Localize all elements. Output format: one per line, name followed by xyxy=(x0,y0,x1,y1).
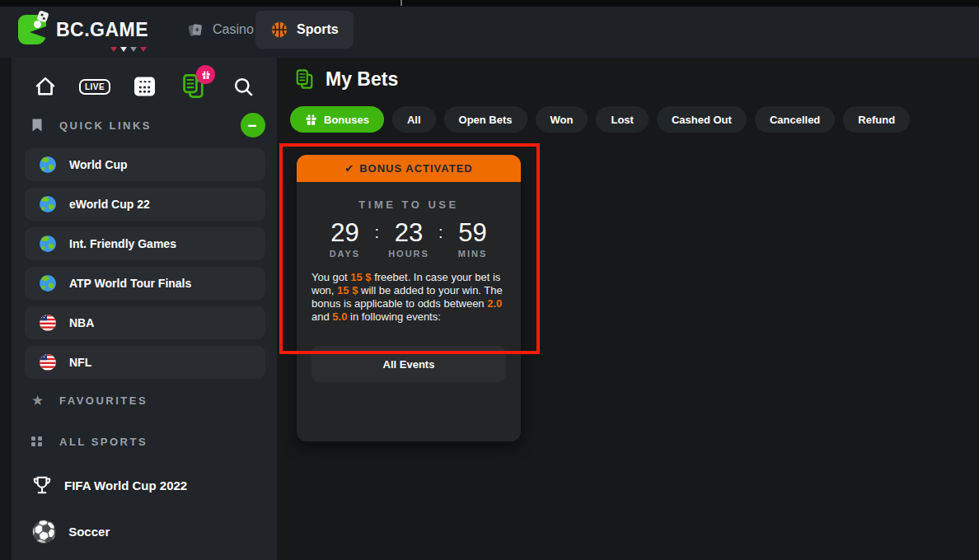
usa-flag-icon xyxy=(38,313,58,333)
all-events-button[interactable]: All Events xyxy=(312,346,506,382)
filter-label: Bonuses xyxy=(324,114,369,126)
filter-lost[interactable]: Lost xyxy=(596,106,648,133)
sidebar-item-atp-world-tour-finals[interactable]: ATP World Tour Finals xyxy=(25,267,265,300)
sidebar-nav-icons: LIVE xyxy=(12,69,277,104)
usa-flag-icon xyxy=(38,352,58,372)
bc-game-logo[interactable]: BC.GAME xyxy=(18,13,148,46)
schedule-icon[interactable] xyxy=(130,72,158,100)
bonus-activated-label: BONUS ACTIVATED xyxy=(359,162,473,175)
screen-top-edge xyxy=(0,0,979,7)
globe-icon xyxy=(38,234,58,254)
sidebar: LIVE xyxy=(12,58,277,560)
screen-top-edge-tick xyxy=(400,0,402,6)
sidebar-item-fifa-world-cup-2022[interactable]: FIFA World Cup 2022 xyxy=(12,471,277,499)
live-events-icon[interactable]: LIVE xyxy=(81,72,109,100)
page-title-row: My Bets xyxy=(295,68,398,91)
filter-label: Won xyxy=(550,114,574,126)
trophy-icon xyxy=(31,474,53,496)
countdown-mins-label: MINS xyxy=(443,249,503,259)
filter-refund[interactable]: Refund xyxy=(843,106,910,133)
bet-filters: Bonuses All Open Bets Won Lost Cashed Ou… xyxy=(290,106,910,133)
bookmark-icon xyxy=(31,119,49,132)
sidebar-item-label: ATP World Tour Finals xyxy=(69,277,191,290)
grid-icon xyxy=(31,436,49,447)
main-content: My Bets Bonuses All Open Bets Won Lost C… xyxy=(277,58,979,560)
filter-bonuses[interactable]: Bonuses xyxy=(290,106,384,133)
bonus-badge-icon xyxy=(196,65,215,84)
page-title: My Bets xyxy=(326,68,398,91)
sidebar-item-label: NBA xyxy=(69,316,94,329)
all-sports-title: ALL SPORTS xyxy=(59,436,148,448)
soccer-ball-icon: ⚽ xyxy=(31,521,57,542)
filter-cancelled[interactable]: Cancelled xyxy=(755,106,835,133)
tab-sports-label: Sports xyxy=(297,22,339,37)
filter-open-bets[interactable]: Open Bets xyxy=(444,106,527,133)
filter-label: Lost xyxy=(611,114,633,126)
my-bets-icon xyxy=(295,68,315,91)
star-icon: ★ xyxy=(31,394,49,408)
all-sports-header: ALL SPORTS xyxy=(12,428,277,455)
bonus-activated-banner: ✔ BONUS ACTIVATED xyxy=(297,155,521,182)
countdown-days-value: 29 xyxy=(330,218,358,247)
quick-links-header: QUICK LINKS − xyxy=(12,112,277,138)
filter-label: Open Bets xyxy=(459,114,513,126)
sidebar-item-label: FIFA World Cup 2022 xyxy=(64,478,187,492)
bonus-countdown: 29 DAYS : 23 HOURS : 59 MINS xyxy=(297,219,521,259)
quick-links-title: QUICK LINKS xyxy=(59,119,152,132)
filter-all[interactable]: All xyxy=(392,106,436,133)
favourites-title: FAVOURITES xyxy=(59,394,148,407)
top-bar: BC.GAME Casino Sports xyxy=(0,0,979,58)
bonus-card: ✔ BONUS ACTIVATED TIME TO USE 29 DAYS : … xyxy=(297,155,521,441)
sidebar-item-label: Soccer xyxy=(68,525,110,539)
my-bets-betslip-icon[interactable] xyxy=(180,72,208,100)
favourites-header: ★ FAVOURITES + xyxy=(12,387,277,413)
sidebar-item-soccer[interactable]: ⚽ Soccer + xyxy=(12,517,277,545)
sidebar-item-label: eWorld Cup 22 xyxy=(69,198,150,211)
countdown-mins-value: 59 xyxy=(458,218,486,247)
check-icon: ✔ xyxy=(344,162,354,175)
bonus-description: You got 15 $ freebet. In case your bet i… xyxy=(312,271,506,324)
filter-label: All xyxy=(407,114,421,126)
search-icon[interactable] xyxy=(229,72,257,100)
sidebar-item-label: NFL xyxy=(69,356,91,369)
basketball-icon xyxy=(270,21,288,39)
bc-game-sports-page: BC.GAME Casino Sports xyxy=(0,0,979,560)
time-to-use-label: TIME TO USE xyxy=(297,198,521,211)
quick-links-collapse-button[interactable]: − xyxy=(241,113,265,138)
tab-casino[interactable]: Casino xyxy=(171,11,269,49)
filter-label: Cashed Out xyxy=(672,114,732,126)
globe-icon xyxy=(38,194,58,214)
filter-label: Cancelled xyxy=(770,114,820,126)
sidebar-item-nfl[interactable]: NFL xyxy=(25,346,265,379)
bc-game-logo-icon xyxy=(18,13,49,46)
pennant-flags-decoration xyxy=(110,47,147,52)
gift-icon xyxy=(305,114,317,126)
sidebar-item-label: World Cup xyxy=(69,158,128,171)
sidebar-item-int-friendly-games[interactable]: Int. Friendly Games xyxy=(25,227,265,260)
filter-won[interactable]: Won xyxy=(536,106,588,133)
countdown-hours-label: HOURS xyxy=(379,249,438,259)
tab-casino-label: Casino xyxy=(213,22,254,37)
countdown-days-label: DAYS xyxy=(315,249,374,259)
sidebar-item-world-cup[interactable]: World Cup xyxy=(25,148,265,181)
casino-cards-icon xyxy=(186,21,204,39)
home-icon[interactable] xyxy=(31,72,59,100)
countdown-hours-value: 23 xyxy=(395,218,423,247)
sidebar-item-nba[interactable]: NBA xyxy=(25,306,265,339)
globe-icon xyxy=(38,273,58,293)
globe-icon xyxy=(38,155,58,175)
sidebar-item-label: Int. Friendly Games xyxy=(69,237,176,250)
tab-sports[interactable]: Sports xyxy=(255,11,354,49)
brand-name: BC.GAME xyxy=(56,19,148,41)
filter-label: Refund xyxy=(858,114,895,126)
filter-cashed-out[interactable]: Cashed Out xyxy=(657,106,747,133)
sidebar-item-eworld-cup-22[interactable]: eWorld Cup 22 xyxy=(25,188,265,221)
